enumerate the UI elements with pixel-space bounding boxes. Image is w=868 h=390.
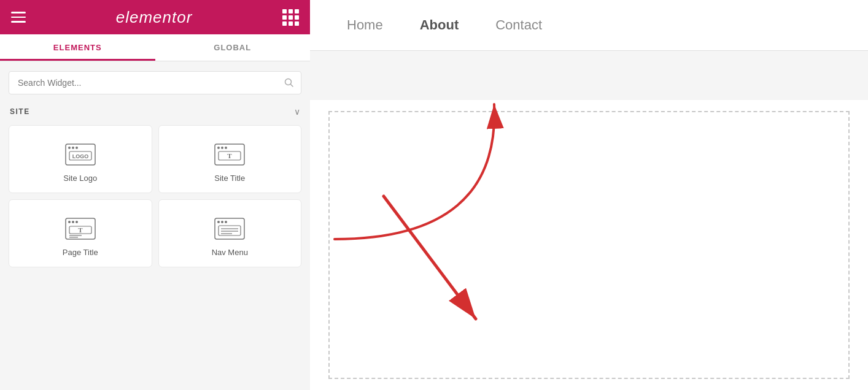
canvas-drop-zone[interactable] [328, 111, 850, 379]
canvas-nav: Home About Contact [310, 0, 868, 50]
svg-point-4 [72, 147, 74, 149]
search-box [9, 71, 301, 94]
widget-nav-menu-label: Nav Menu [212, 248, 248, 257]
widget-nav-menu[interactable]: Nav Menu [158, 199, 302, 267]
svg-text:T: T [78, 226, 83, 234]
canvas-gray-section [310, 51, 868, 100]
grid-icon[interactable] [282, 9, 299, 26]
widget-site-logo[interactable]: LOGO Site Logo [9, 125, 152, 193]
svg-point-23 [217, 221, 220, 223]
elementor-logo: elementor [116, 8, 193, 27]
svg-point-10 [221, 147, 223, 149]
site-section-title: SITE [10, 107, 30, 116]
svg-line-1 [291, 85, 293, 87]
site-section-chevron[interactable]: ∨ [294, 107, 300, 117]
svg-text:LOGO: LOGO [72, 153, 89, 159]
svg-point-5 [76, 147, 78, 149]
canvas-nav-home[interactable]: Home [347, 17, 383, 33]
svg-point-24 [221, 221, 223, 223]
search-icon [284, 78, 294, 88]
widget-site-logo-label: Site Logo [63, 174, 97, 183]
site-section-header: SITE ∨ [0, 101, 310, 121]
canvas-nav-contact[interactable]: Contact [495, 17, 542, 33]
svg-rect-26 [219, 226, 241, 235]
page-title-icon: T [64, 215, 96, 242]
svg-point-17 [76, 221, 78, 223]
tab-global[interactable]: GLOBAL [155, 34, 311, 61]
panel-header: elementor [0, 0, 310, 34]
widget-site-title[interactable]: T Site Title [158, 125, 302, 193]
svg-point-25 [225, 221, 227, 223]
site-title-icon: T [214, 140, 246, 167]
search-input[interactable] [9, 71, 301, 94]
elementor-panel: elementor ELEMENTS GLOBAL SITE ∨ [0, 0, 310, 390]
svg-point-11 [225, 147, 227, 149]
svg-text:T: T [228, 152, 233, 159]
hamburger-icon[interactable] [11, 12, 26, 23]
widget-page-title-label: Page Title [63, 248, 98, 257]
svg-point-16 [72, 221, 74, 223]
nav-menu-icon [214, 215, 246, 242]
panel-tabs: ELEMENTS GLOBAL [0, 34, 310, 61]
widget-page-title[interactable]: T Page Title [9, 199, 152, 267]
canvas-area: Home About Contact [310, 0, 868, 390]
svg-point-15 [68, 221, 71, 223]
svg-point-9 [217, 147, 220, 149]
canvas-nav-about[interactable]: About [420, 17, 459, 33]
tab-elements[interactable]: ELEMENTS [0, 34, 155, 61]
widgets-grid: LOGO Site Logo T Site Title [0, 121, 310, 276]
svg-point-3 [68, 147, 71, 149]
site-logo-icon: LOGO [64, 140, 96, 167]
widget-site-title-label: Site Title [214, 174, 245, 183]
